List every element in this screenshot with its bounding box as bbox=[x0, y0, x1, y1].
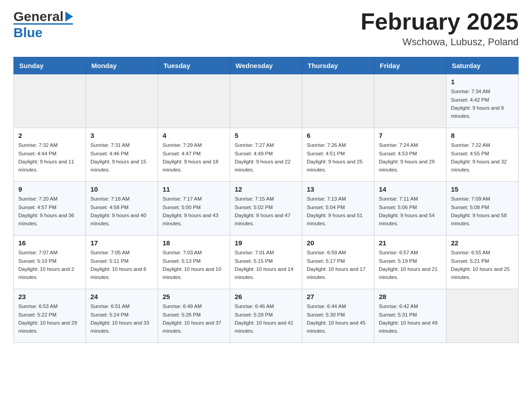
col-friday: Friday bbox=[374, 57, 446, 74]
table-row: 1Sunrise: 7:34 AMSunset: 4:42 PMDaylight… bbox=[446, 74, 519, 128]
calendar-week-row: 1Sunrise: 7:34 AMSunset: 4:42 PMDaylight… bbox=[14, 74, 519, 128]
table-row: 13Sunrise: 7:13 AMSunset: 5:04 PMDayligh… bbox=[302, 182, 374, 235]
day-number: 27 bbox=[307, 293, 369, 300]
table-row: 22Sunrise: 6:55 AMSunset: 5:21 PMDayligh… bbox=[446, 235, 519, 289]
day-number: 5 bbox=[235, 132, 297, 139]
day-number: 6 bbox=[307, 132, 369, 139]
col-tuesday: Tuesday bbox=[158, 57, 230, 74]
day-info: Sunrise: 6:57 AMSunset: 5:19 PMDaylight:… bbox=[379, 248, 442, 282]
logo-triangle-icon bbox=[65, 12, 73, 21]
table-row: 15Sunrise: 7:09 AMSunset: 5:08 PMDayligh… bbox=[446, 182, 519, 235]
day-info: Sunrise: 7:07 AMSunset: 5:10 PMDaylight:… bbox=[18, 248, 81, 282]
day-number: 13 bbox=[307, 185, 369, 193]
table-row bbox=[14, 74, 86, 128]
day-number: 21 bbox=[379, 239, 442, 247]
calendar-header-row: Sunday Monday Tuesday Wednesday Thursday… bbox=[14, 57, 519, 74]
day-number: 28 bbox=[379, 293, 442, 300]
table-row: 17Sunrise: 7:05 AMSunset: 5:11 PMDayligh… bbox=[86, 235, 158, 289]
table-row: 16Sunrise: 7:07 AMSunset: 5:10 PMDayligh… bbox=[14, 235, 86, 289]
day-number: 1 bbox=[451, 78, 514, 86]
day-info: Sunrise: 6:53 AMSunset: 5:22 PMDaylight:… bbox=[18, 302, 81, 335]
table-row: 3Sunrise: 7:31 AMSunset: 4:46 PMDaylight… bbox=[86, 128, 158, 182]
calendar-week-row: 23Sunrise: 6:53 AMSunset: 5:22 PMDayligh… bbox=[14, 289, 519, 343]
col-monday: Monday bbox=[86, 57, 158, 74]
table-row: 24Sunrise: 6:51 AMSunset: 5:24 PMDayligh… bbox=[86, 289, 158, 343]
day-number: 11 bbox=[163, 185, 225, 193]
table-row: 19Sunrise: 7:01 AMSunset: 5:15 PMDayligh… bbox=[230, 235, 302, 289]
table-row: 9Sunrise: 7:20 AMSunset: 4:57 PMDaylight… bbox=[14, 182, 86, 235]
day-info: Sunrise: 7:01 AMSunset: 5:15 PMDaylight:… bbox=[235, 248, 297, 282]
day-info: Sunrise: 7:18 AMSunset: 4:58 PMDaylight:… bbox=[90, 195, 153, 228]
day-number: 17 bbox=[90, 239, 153, 247]
day-info: Sunrise: 6:42 AMSunset: 5:31 PMDaylight:… bbox=[379, 302, 442, 335]
calendar-week-row: 16Sunrise: 7:07 AMSunset: 5:10 PMDayligh… bbox=[14, 235, 519, 289]
day-info: Sunrise: 6:59 AMSunset: 5:17 PMDaylight:… bbox=[307, 248, 369, 282]
day-info: Sunrise: 6:55 AMSunset: 5:21 PMDaylight:… bbox=[451, 248, 514, 282]
table-row: 7Sunrise: 7:24 AMSunset: 4:53 PMDaylight… bbox=[374, 128, 446, 182]
table-row: 14Sunrise: 7:11 AMSunset: 5:06 PMDayligh… bbox=[374, 182, 446, 235]
logo-general-row: General bbox=[13, 9, 73, 24]
day-info: Sunrise: 7:26 AMSunset: 4:51 PMDaylight:… bbox=[307, 141, 369, 174]
table-row bbox=[446, 289, 519, 343]
day-info: Sunrise: 7:22 AMSunset: 4:55 PMDaylight:… bbox=[451, 141, 514, 174]
calendar-table: Sunday Monday Tuesday Wednesday Thursday… bbox=[13, 57, 519, 343]
col-saturday: Saturday bbox=[446, 57, 519, 74]
page-header: General Blue February 2025 Wschowa, Lubu… bbox=[13, 9, 519, 48]
title-section: February 2025 Wschowa, Lubusz, Poland bbox=[360, 9, 519, 48]
day-number: 16 bbox=[18, 239, 81, 247]
table-row bbox=[230, 74, 302, 128]
table-row bbox=[86, 74, 158, 128]
day-number: 4 bbox=[163, 132, 225, 139]
table-row: 10Sunrise: 7:18 AMSunset: 4:58 PMDayligh… bbox=[86, 182, 158, 235]
day-info: Sunrise: 6:46 AMSunset: 5:28 PMDaylight:… bbox=[235, 302, 297, 335]
day-number: 2 bbox=[18, 132, 81, 139]
table-row: 25Sunrise: 6:49 AMSunset: 5:26 PMDayligh… bbox=[158, 289, 230, 343]
day-number: 14 bbox=[379, 185, 442, 193]
day-number: 7 bbox=[379, 132, 442, 139]
day-info: Sunrise: 7:17 AMSunset: 5:00 PMDaylight:… bbox=[163, 195, 225, 228]
table-row: 12Sunrise: 7:15 AMSunset: 5:02 PMDayligh… bbox=[230, 182, 302, 235]
calendar-week-row: 2Sunrise: 7:32 AMSunset: 4:44 PMDaylight… bbox=[14, 128, 519, 182]
day-info: Sunrise: 7:20 AMSunset: 4:57 PMDaylight:… bbox=[18, 195, 81, 228]
logo-blue-text: Blue bbox=[13, 23, 73, 40]
day-info: Sunrise: 7:24 AMSunset: 4:53 PMDaylight:… bbox=[379, 141, 442, 174]
day-info: Sunrise: 6:44 AMSunset: 5:30 PMDaylight:… bbox=[307, 302, 369, 335]
table-row: 5Sunrise: 7:27 AMSunset: 4:49 PMDaylight… bbox=[230, 128, 302, 182]
day-number: 24 bbox=[90, 293, 153, 300]
day-number: 15 bbox=[451, 185, 514, 193]
col-sunday: Sunday bbox=[14, 57, 86, 74]
day-info: Sunrise: 7:31 AMSunset: 4:46 PMDaylight:… bbox=[90, 141, 153, 174]
day-number: 3 bbox=[90, 132, 153, 139]
day-number: 26 bbox=[235, 293, 297, 300]
day-info: Sunrise: 6:51 AMSunset: 5:24 PMDaylight:… bbox=[90, 302, 153, 335]
table-row: 20Sunrise: 6:59 AMSunset: 5:17 PMDayligh… bbox=[302, 235, 374, 289]
day-number: 10 bbox=[90, 185, 153, 193]
day-info: Sunrise: 7:32 AMSunset: 4:44 PMDaylight:… bbox=[18, 141, 81, 174]
day-info: Sunrise: 7:03 AMSunset: 5:13 PMDaylight:… bbox=[163, 248, 225, 282]
table-row: 28Sunrise: 6:42 AMSunset: 5:31 PMDayligh… bbox=[374, 289, 446, 343]
col-wednesday: Wednesday bbox=[230, 57, 302, 74]
day-number: 23 bbox=[18, 293, 81, 300]
month-title: February 2025 bbox=[360, 9, 519, 34]
table-row: 6Sunrise: 7:26 AMSunset: 4:51 PMDaylight… bbox=[302, 128, 374, 182]
day-number: 22 bbox=[451, 239, 514, 247]
table-row: 8Sunrise: 7:22 AMSunset: 4:55 PMDaylight… bbox=[446, 128, 519, 182]
day-info: Sunrise: 7:29 AMSunset: 4:47 PMDaylight:… bbox=[163, 141, 225, 174]
day-info: Sunrise: 7:09 AMSunset: 5:08 PMDaylight:… bbox=[451, 195, 514, 228]
table-row: 11Sunrise: 7:17 AMSunset: 5:00 PMDayligh… bbox=[158, 182, 230, 235]
calendar-week-row: 9Sunrise: 7:20 AMSunset: 4:57 PMDaylight… bbox=[14, 182, 519, 235]
table-row bbox=[302, 74, 374, 128]
table-row: 23Sunrise: 6:53 AMSunset: 5:22 PMDayligh… bbox=[14, 289, 86, 343]
day-info: Sunrise: 7:15 AMSunset: 5:02 PMDaylight:… bbox=[235, 195, 297, 228]
table-row: 21Sunrise: 6:57 AMSunset: 5:19 PMDayligh… bbox=[374, 235, 446, 289]
day-number: 25 bbox=[163, 293, 225, 300]
day-info: Sunrise: 7:34 AMSunset: 4:42 PMDaylight:… bbox=[451, 87, 514, 120]
table-row: 2Sunrise: 7:32 AMSunset: 4:44 PMDaylight… bbox=[14, 128, 86, 182]
col-thursday: Thursday bbox=[302, 57, 374, 74]
day-number: 12 bbox=[235, 185, 297, 193]
day-number: 8 bbox=[451, 132, 514, 139]
day-info: Sunrise: 6:49 AMSunset: 5:26 PMDaylight:… bbox=[163, 302, 225, 335]
location-title: Wschowa, Lubusz, Poland bbox=[360, 36, 519, 48]
table-row: 27Sunrise: 6:44 AMSunset: 5:30 PMDayligh… bbox=[302, 289, 374, 343]
day-info: Sunrise: 7:11 AMSunset: 5:06 PMDaylight:… bbox=[379, 195, 442, 228]
